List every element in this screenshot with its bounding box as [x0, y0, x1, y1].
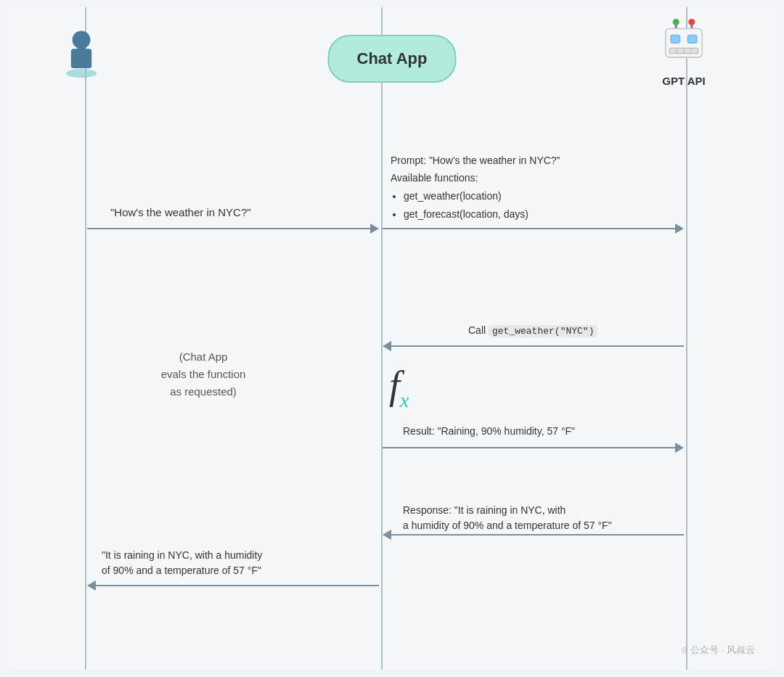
- prompt-line2: Available functions:: [391, 170, 560, 187]
- diagram-container: Chat App GPT API "How's the: [7, 7, 777, 670]
- call-code: get_weather("NYC"): [489, 325, 597, 337]
- arrow-chatapp-to-gptapi: [383, 223, 684, 234]
- arrow-head-1: [370, 223, 379, 234]
- arrow-chatapp-to-user-final: [87, 580, 379, 591]
- arrow-user-to-chatapp: [87, 223, 379, 234]
- svg-point-0: [66, 69, 97, 78]
- arrow-line-2: [383, 228, 675, 229]
- chat-app-bubble: Chat App: [328, 35, 457, 83]
- arrow-head-3: [383, 341, 391, 351]
- func2-code: get_forecast(location, days): [404, 208, 528, 220]
- eval-text: (Chat Appevals the functionas requested): [102, 348, 305, 401]
- robot-icon: [658, 18, 710, 70]
- func1-code: get_weather(location): [404, 190, 502, 202]
- gptapi-label: GPT API: [662, 75, 705, 87]
- lifeline-user: [85, 7, 86, 670]
- msg-final-answer: "It is raining in NYC, with a humidity o…: [102, 548, 262, 578]
- svg-point-2: [73, 30, 91, 49]
- msg-call-get-weather: Call get_weather("NYC"): [468, 323, 597, 339]
- svg-rect-10: [687, 35, 697, 43]
- arrow-line-6: [96, 585, 379, 586]
- msg-response: Response: "It is raining in NYC, with a …: [403, 503, 612, 533]
- msg-result: Result: "Raining, 90% humidity, 57 °F": [403, 424, 575, 439]
- arrow-head-6: [87, 580, 96, 591]
- actor-gptapi: GPT API: [658, 18, 710, 87]
- svg-rect-9: [671, 35, 680, 43]
- arrow-line-5: [391, 534, 684, 536]
- arrow-line-1: [87, 228, 370, 229]
- arrow-chatapp-to-gptapi-result: [383, 443, 684, 453]
- prompt-line1: Prompt: "How's the weather in NYC?": [391, 152, 560, 170]
- msg-user-to-chatapp: "How's the weather in NYC?": [110, 205, 251, 221]
- person-icon: [60, 22, 103, 80]
- function-notation: fx: [389, 363, 409, 412]
- svg-point-4: [673, 19, 679, 25]
- actor-user: [60, 22, 103, 80]
- lifeline-chatapp: [381, 7, 383, 670]
- svg-rect-3: [78, 48, 86, 52]
- arrow-head-2: [675, 223, 684, 234]
- svg-rect-1: [71, 49, 91, 68]
- arrow-head-5: [383, 530, 391, 540]
- watermark: ⊙ 公众号 · 风叔云: [681, 644, 755, 657]
- lifeline-gptapi: [686, 7, 687, 670]
- svg-point-5: [688, 19, 695, 25]
- arrow-line-3: [391, 345, 684, 347]
- arrow-gptapi-to-chatapp-call: [383, 341, 684, 351]
- arrow-line-4: [383, 447, 675, 448]
- prompt-box: Prompt: "How's the weather in NYC?" Avai…: [391, 152, 560, 223]
- arrow-head-4: [675, 443, 684, 453]
- chat-app-label: Chat App: [357, 49, 428, 67]
